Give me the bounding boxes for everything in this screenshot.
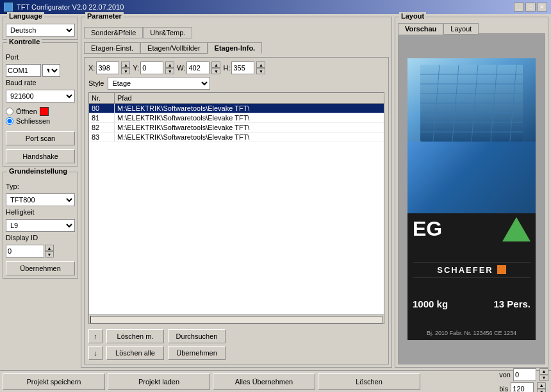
hscroll-track[interactable] <box>90 316 382 323</box>
schliessen-radio[interactable] <box>6 117 13 125</box>
tab-uhr-temp[interactable]: Uhr&Temp. <box>143 27 192 38</box>
close-button[interactable]: ✕ <box>537 3 547 12</box>
schaefer-text: SCHAEFER <box>437 265 493 275</box>
table-row[interactable]: 81 M:\ELEKTRIK\Softwaretools\Elevake TFT… <box>89 113 384 123</box>
h-spinner: ▲ ▼ <box>256 61 265 74</box>
orange-logo-square <box>497 265 506 274</box>
x-up[interactable]: ▲ <box>121 61 130 68</box>
up-down-col: ↑ ↓ <box>88 329 103 360</box>
style-select[interactable]: Etage Info Custom <box>108 77 210 90</box>
table-row[interactable]: 83 M:\ELEKTRIK\Softwaretools\Elevake TFT… <box>89 133 384 142</box>
xywh-row: X: ▲ ▼ Y: ▲ ▼ <box>88 61 384 74</box>
red-indicator <box>40 107 49 116</box>
uebernehmen-param-button[interactable]: Übernehmen <box>168 346 226 360</box>
h-up[interactable]: ▲ <box>256 61 265 68</box>
von-input[interactable] <box>513 368 536 381</box>
maximize-button[interactable]: □ <box>525 3 536 12</box>
display-id-input[interactable]: 0 <box>6 245 44 257</box>
bis-up[interactable]: ▲ <box>537 382 546 389</box>
layout-panel: Layout Vorschau Layout <box>395 17 548 368</box>
persons-text: 13 Pers. <box>493 298 530 309</box>
kontrolle-group: Kontrolle Port COM1 ▼ Baud rate 921600 1… <box>3 42 78 167</box>
bis-input[interactable] <box>511 382 534 393</box>
w-down[interactable]: ▼ <box>211 68 220 74</box>
h-input[interactable] <box>231 61 254 74</box>
grundeinstellung-title: Grundeinstellung <box>7 167 69 175</box>
projekt-laden-button[interactable]: Projekt laden <box>108 373 210 390</box>
table-row[interactable]: 80 M:\ELEKTRIK\Softwaretools\Elevake TFT… <box>89 104 384 113</box>
parameter-title: Parameter <box>85 12 124 20</box>
port-scan-button[interactable]: Port scan <box>6 131 75 145</box>
alles-uebernehmen-button[interactable]: Alles Übernehmen <box>213 373 315 390</box>
grundeinstellung-group: Grundeinstellung Typ: TFT800 TFT400 Hell… <box>3 172 78 279</box>
y-down[interactable]: ▼ <box>165 68 174 74</box>
row-pfad-0: M:\ELEKTRIK\Softwaretools\Elevake TFT\ <box>115 104 384 113</box>
von-label: von <box>499 371 511 379</box>
h-down[interactable]: ▼ <box>256 68 265 74</box>
tab-etagen-vollbilder[interactable]: Etagen/Vollbilder <box>140 42 208 54</box>
baud-label: Baud rate <box>6 79 75 86</box>
display-id-label: Display ID <box>6 234 75 241</box>
tab-vorschau[interactable]: Vorschau <box>398 23 443 35</box>
y-up[interactable]: ▲ <box>165 61 174 68</box>
table-row[interactable]: 82 M:\ELEKTRIK\Softwaretools\Elevake TFT… <box>89 123 384 133</box>
param-panel: Parameter Sonder&Pfeile Uhr&Temp. Etagen… <box>81 17 392 368</box>
x-down[interactable]: ▼ <box>121 68 130 74</box>
move-down-button[interactable]: ↓ <box>88 346 103 360</box>
window-title: TFT Configurator V2.0 22.07.2010 <box>17 3 124 11</box>
left-panel: Language Deutsch English Kontrolle Port … <box>3 17 78 368</box>
language-select[interactable]: Deutsch English <box>6 24 75 37</box>
schliessen-label: Schliessen <box>16 117 50 125</box>
title-bar: TFT Configurator V2.0 22.07.2010 _ □ ✕ <box>0 0 551 14</box>
y-input[interactable] <box>140 61 163 74</box>
loeschen-alle-button[interactable]: Löschen alle <box>106 346 164 360</box>
oeffnen-label: Öffnen <box>16 108 37 115</box>
w-spinner: ▲ ▼ <box>211 61 220 74</box>
durchsuchen-button[interactable]: Durchsuchen <box>168 329 226 343</box>
row-nr-2: 82 <box>89 123 115 132</box>
w-up[interactable]: ▲ <box>211 61 220 68</box>
handshake-button[interactable]: Handshake <box>6 149 75 163</box>
projekt-speichern-button[interactable]: Projekt speichern <box>3 373 105 390</box>
floor-row: EG <box>413 217 530 241</box>
table-header: Nr. Pfad <box>89 93 384 104</box>
up-arrow-indicator <box>502 217 530 241</box>
uebernehmen-left-button[interactable]: Übernehmen <box>6 261 75 275</box>
h-label: H: <box>223 64 230 72</box>
port-select[interactable]: ▼ <box>42 64 60 77</box>
building-lines-svg <box>407 58 536 142</box>
von-bis-group: von ▲ ▼ bis ▲ ▼ <box>499 368 548 393</box>
x-input[interactable] <box>96 61 119 74</box>
von-down[interactable]: ▼ <box>539 375 548 381</box>
preview-content: EG SCHAEFER 1000 kg 13 Pers. <box>398 33 545 364</box>
von-up[interactable]: ▲ <box>539 368 548 375</box>
layout-tabs: Vorschau Layout <box>398 22 545 34</box>
loeschen-bottom-button[interactable]: Löschen <box>318 373 420 390</box>
tab-etagen-info[interactable]: Etagen-Info. <box>208 42 263 54</box>
row-pfad-3: M:\ELEKTRIK\Softwaretools\Elevake TFT\ <box>115 133 384 142</box>
y-field: Y: ▲ ▼ <box>133 61 174 74</box>
w-input[interactable] <box>186 61 210 74</box>
tab-etagen-einst[interactable]: Etagen-Einst. <box>84 42 140 54</box>
move-up-button[interactable]: ↑ <box>88 329 103 343</box>
row-pfad-2: M:\ELEKTRIK\Softwaretools\Elevake TFT\ <box>115 123 384 132</box>
bis-down[interactable]: ▼ <box>537 389 546 393</box>
typ-label: Typ: <box>6 183 75 190</box>
display-id-up[interactable]: ▲ <box>45 245 54 251</box>
bottom-bar: Projekt speichern Projekt laden Alles Üb… <box>0 370 551 392</box>
row-nr-3: 83 <box>89 133 115 142</box>
loeschen-m-button[interactable]: Löschen m. <box>106 329 164 343</box>
typ-select[interactable]: TFT800 TFT400 <box>6 193 75 206</box>
weight-text: 1000 kg <box>413 298 448 309</box>
building-photo <box>407 58 536 213</box>
port-input[interactable]: COM1 <box>6 64 41 77</box>
minimize-button[interactable]: _ <box>514 3 524 12</box>
tab-layout[interactable]: Layout <box>443 23 479 35</box>
display-id-down[interactable]: ▼ <box>45 251 54 257</box>
oeffnen-radio[interactable] <box>6 108 13 115</box>
baud-select[interactable]: 921600 115200 57600 <box>6 90 75 102</box>
helligkeit-select[interactable]: L9 L8 L7 <box>6 219 75 232</box>
von-spinner: ▲ ▼ <box>539 368 548 381</box>
tab-sonder-pfeile[interactable]: Sonder&Pfeile <box>84 27 143 38</box>
horizontal-scrollbar[interactable] <box>89 314 384 323</box>
